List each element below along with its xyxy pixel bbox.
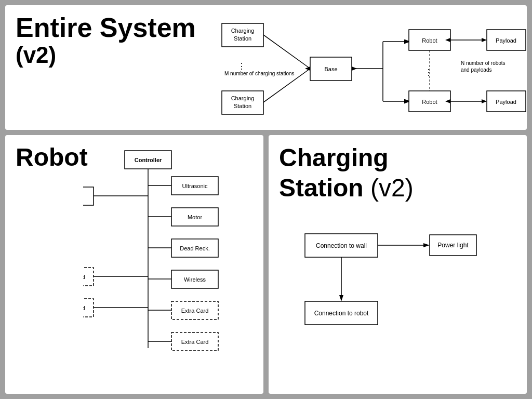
title-line1: Entire System: [16, 13, 196, 43]
svg-marker-26: [482, 99, 487, 103]
svg-text:Power light: Power light: [437, 242, 469, 249]
robot-panel: Robot Controller Power Ultrasonic Motor …: [5, 135, 263, 394]
svg-text:Charging: Charging: [231, 28, 254, 34]
bottom-row: Robot Controller Power Ultrasonic Motor …: [5, 135, 527, 394]
svg-text:Dead Reck.: Dead Reck.: [180, 245, 209, 251]
svg-line-8: [263, 35, 310, 69]
entire-system-diagram: Charging Station Charging Station M numb…: [206, 13, 527, 127]
svg-marker-19: [482, 38, 487, 42]
svg-text:Wireless: Wireless: [184, 276, 206, 283]
svg-text:Controller: Controller: [135, 157, 162, 163]
svg-text:and payloads: and payloads: [461, 67, 492, 73]
svg-text:Base: Base: [324, 66, 337, 72]
svg-text:Charging: Charging: [231, 95, 254, 101]
charging-diagram: Connection to wall Power light Connectio…: [300, 229, 518, 374]
charging-title-normal: (v2): [364, 174, 414, 202]
charging-title-line1: Charging: [279, 144, 389, 171]
svg-text:⋮: ⋮: [424, 68, 433, 77]
svg-text:Motor: Motor: [188, 214, 202, 220]
svg-marker-71: [423, 243, 430, 247]
charging-title: Charging Station (v2): [279, 143, 516, 203]
charging-station-panel: Charging Station (v2) Connection to wall…: [269, 135, 527, 394]
svg-text:⋮: ⋮: [237, 62, 246, 71]
entire-system-title: Entire System (v2): [16, 13, 196, 68]
svg-text:Payload: Payload: [496, 99, 516, 105]
svg-marker-69: [339, 295, 343, 301]
svg-text:N number of robots: N number of robots: [461, 60, 506, 66]
charging-title-bold: Station: [279, 174, 364, 202]
svg-text:Robot: Robot: [422, 99, 437, 105]
entire-system-panel: Entire System (v2) Charging Station Char…: [5, 5, 527, 130]
svg-text:Ultrasonic: Ultrasonic: [182, 183, 208, 189]
svg-text:Extra Card: Extra Card: [181, 339, 209, 345]
svg-text:Extra Card: Extra Card: [181, 308, 209, 314]
svg-text:Robot: Robot: [422, 37, 437, 44]
svg-text:Station: Station: [234, 35, 251, 42]
svg-text:M number of charging stations: M number of charging stations: [224, 71, 295, 76]
title-line2: (v2): [16, 43, 196, 68]
svg-marker-34: [352, 66, 357, 71]
svg-text:Payload: Payload: [496, 37, 516, 44]
svg-text:Connection to wall: Connection to wall: [316, 242, 367, 249]
svg-rect-39: [83, 187, 94, 205]
svg-text:Breadboard: Breadboard: [83, 305, 85, 311]
robot-diagram: Controller Power Ultrasonic Motor Dead R…: [83, 145, 263, 384]
svg-text:Station: Station: [234, 103, 251, 109]
svg-text:Connection to robot: Connection to robot: [314, 310, 369, 317]
svg-text:Breadboard: Breadboard: [83, 274, 85, 280]
